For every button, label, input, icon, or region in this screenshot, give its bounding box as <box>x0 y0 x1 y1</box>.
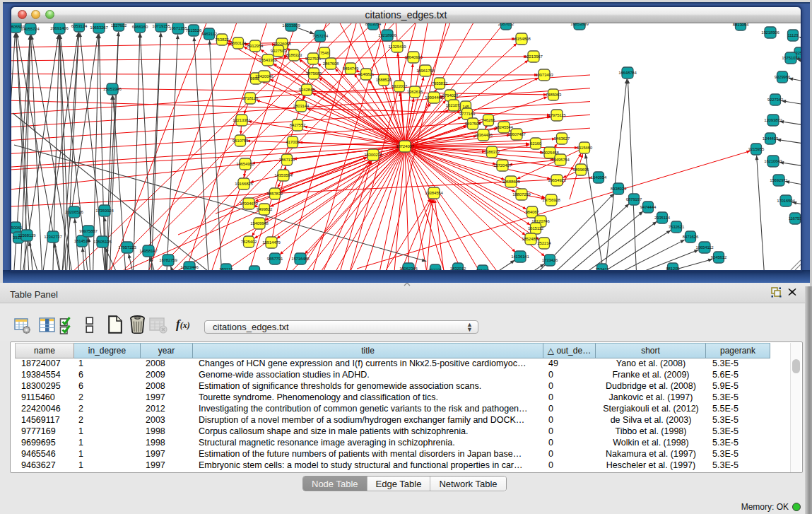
svg-text:9146821: 9146821 <box>358 72 375 76</box>
svg-text:746266: 746266 <box>481 118 495 122</box>
svg-text:8471626: 8471626 <box>683 235 699 239</box>
svg-text:8186323: 8186323 <box>286 53 302 57</box>
svg-text:8938923: 8938923 <box>611 187 627 191</box>
svg-text:19904448: 19904448 <box>425 95 443 100</box>
svg-text:8427552: 8427552 <box>290 123 306 127</box>
svg-text:10653267: 10653267 <box>90 25 108 30</box>
svg-text:15300275: 15300275 <box>364 153 382 157</box>
svg-text:17359924: 17359924 <box>95 209 114 213</box>
svg-text:15409948: 15409948 <box>250 221 269 226</box>
svg-text:17004670: 17004670 <box>240 201 258 206</box>
svg-text:763822: 763822 <box>215 37 229 42</box>
svg-text:17975115: 17975115 <box>548 113 566 117</box>
svg-text:2087652: 2087652 <box>498 23 514 26</box>
svg-text:18807299: 18807299 <box>512 192 531 197</box>
svg-text:2935114: 2935114 <box>654 216 671 220</box>
svg-text:10654112: 10654112 <box>695 245 714 250</box>
svg-text:99975887: 99975887 <box>79 229 98 233</box>
svg-text:7386372: 7386372 <box>484 150 500 154</box>
svg-text:9327503: 9327503 <box>271 49 287 53</box>
svg-text:16648784: 16648784 <box>618 71 637 75</box>
svg-text:22420046: 22420046 <box>255 74 273 78</box>
svg-text:7955812: 7955812 <box>432 81 448 86</box>
svg-text:62160: 62160 <box>530 141 542 146</box>
svg-text:1362615: 1362615 <box>407 90 423 94</box>
svg-text:8454749: 8454749 <box>343 66 359 71</box>
svg-text:8912954: 8912954 <box>247 44 264 48</box>
svg-text:10973493: 10973493 <box>535 73 553 77</box>
svg-text:3875685: 3875685 <box>306 71 322 76</box>
svg-text:881205: 881205 <box>666 267 680 270</box>
svg-text:2718126: 2718126 <box>242 96 259 100</box>
svg-text:9463627: 9463627 <box>554 136 570 141</box>
svg-text:7546: 7546 <box>320 51 330 55</box>
svg-text:417006: 417006 <box>286 140 300 144</box>
svg-text:5857832: 5857832 <box>267 192 283 196</box>
svg-text:3499822: 3499822 <box>257 207 273 211</box>
svg-text:1814519: 1814519 <box>74 239 90 243</box>
svg-text:15062346: 15062346 <box>399 267 418 270</box>
svg-text:8660124: 8660124 <box>230 41 247 45</box>
svg-text:6466160: 6466160 <box>132 25 148 29</box>
svg-text:1640954: 1640954 <box>591 175 607 180</box>
svg-text:15495754: 15495754 <box>551 158 570 162</box>
svg-text:11568129: 11568129 <box>18 233 36 238</box>
svg-text:9115460: 9115460 <box>577 146 593 150</box>
svg-text:13505135: 13505135 <box>93 240 112 244</box>
svg-text:253411: 253411 <box>596 267 609 270</box>
svg-text:9329966: 9329966 <box>775 75 791 79</box>
svg-text:11123: 11123 <box>787 33 799 37</box>
svg-text:9463112: 9463112 <box>201 32 218 36</box>
svg-text:14136141: 14136141 <box>511 255 529 259</box>
svg-text:116753: 116753 <box>789 216 801 221</box>
svg-text:14353594: 14353594 <box>274 173 293 177</box>
svg-text:8813054: 8813054 <box>365 23 382 26</box>
svg-text:1832012: 1832012 <box>450 267 466 270</box>
svg-text:252214: 252214 <box>537 241 551 245</box>
svg-text:12213967: 12213967 <box>524 54 543 59</box>
svg-text:6879197: 6879197 <box>626 197 642 201</box>
svg-text:15720407: 15720407 <box>493 163 512 168</box>
svg-text:9777169: 9777169 <box>459 112 476 116</box>
svg-text:20364436: 20364436 <box>474 133 493 137</box>
svg-text:9657791: 9657791 <box>267 257 283 261</box>
svg-text:2867608: 2867608 <box>323 62 339 66</box>
svg-text:3215955: 3215955 <box>748 147 765 151</box>
svg-text:16853809: 16853809 <box>570 23 589 26</box>
svg-text:9245612: 9245612 <box>711 255 727 259</box>
svg-text:15751074: 15751074 <box>782 56 800 60</box>
svg-text:983212: 983212 <box>219 267 233 270</box>
svg-text:7485063: 7485063 <box>546 93 562 97</box>
svg-text:15716485: 15716485 <box>291 257 310 261</box>
svg-text:10688609: 10688609 <box>502 180 520 184</box>
svg-text:9227342: 9227342 <box>767 98 784 102</box>
svg-text:12093872: 12093872 <box>764 118 782 122</box>
svg-text:1588520: 1588520 <box>376 78 392 82</box>
svg-text:773410: 773410 <box>476 269 490 270</box>
svg-text:10607487: 10607487 <box>507 132 526 136</box>
svg-text:25053346: 25053346 <box>103 87 122 91</box>
svg-text:1733426: 1733426 <box>542 258 558 262</box>
svg-text:15914479: 15914479 <box>262 240 281 245</box>
svg-text:16154808: 16154808 <box>512 37 531 41</box>
svg-text:992231: 992231 <box>428 268 442 270</box>
svg-text:17957223: 17957223 <box>118 245 136 250</box>
svg-text:16210643: 16210643 <box>764 159 782 163</box>
svg-text:19166825: 19166825 <box>235 182 253 186</box>
svg-text:19384554: 19384554 <box>425 191 443 195</box>
svg-text:1615112: 1615112 <box>528 226 544 230</box>
svg-text:18640910: 18640910 <box>404 55 423 59</box>
svg-text:19654952: 19654952 <box>236 162 254 166</box>
svg-text:9474444: 9474444 <box>640 205 657 209</box>
svg-text:9610755: 9610755 <box>233 139 249 143</box>
svg-text:12923446: 12923446 <box>180 265 199 269</box>
svg-text:1527602: 1527602 <box>111 23 127 28</box>
svg-text:9242848: 9242848 <box>299 88 315 92</box>
svg-text:6899695: 6899695 <box>573 168 589 172</box>
svg-text:16961758: 16961758 <box>416 69 435 73</box>
svg-text:19654923: 19654923 <box>548 178 566 182</box>
svg-text:7515526: 7515526 <box>186 28 202 33</box>
svg-text:18245544: 18245544 <box>495 125 513 129</box>
svg-text:11325419: 11325419 <box>388 45 406 49</box>
svg-text:12213361: 12213361 <box>233 118 251 122</box>
